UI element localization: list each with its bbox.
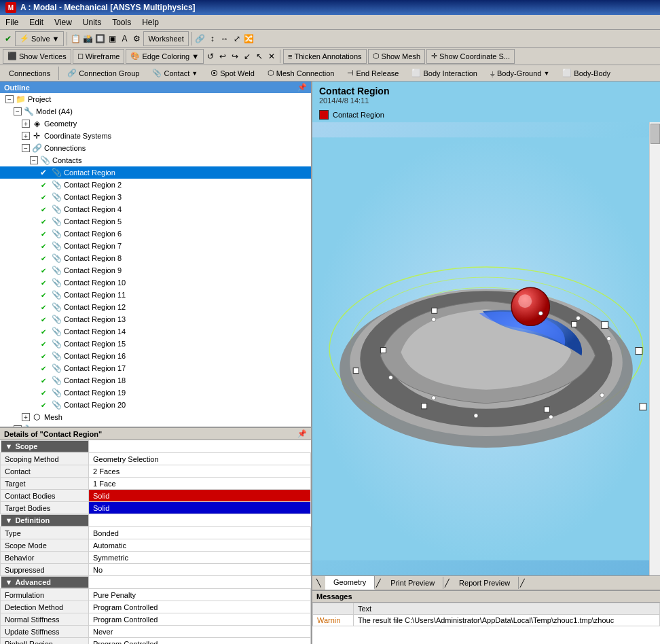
toolbar-icon-7: 🔗 <box>195 33 206 44</box>
show-vertices-button[interactable]: ⬛ Show Vertices <box>3 49 71 64</box>
viewport-legend: Contact Region <box>312 109 660 122</box>
contact-button[interactable]: 📎 Contact ▼ <box>146 67 204 80</box>
tree-model[interactable]: − 🔧 Model (A4) <box>0 105 311 118</box>
tab-print-preview[interactable]: Print Preview <box>382 577 443 589</box>
tree-contact-region-11[interactable]: ✔ 📎 Contact Region 11 <box>0 289 311 301</box>
tree-contacts[interactable]: − 📎 Contacts <box>0 154 311 166</box>
tree-contact-region-9[interactable]: ✔ 📎 Contact Region 9 <box>0 264 311 276</box>
viewport-scrollbar-v[interactable] <box>649 122 660 575</box>
mesh-label: Mesh <box>44 413 62 421</box>
contact-region-icon-10: 📎 <box>51 277 62 288</box>
model-expand[interactable]: − <box>14 107 22 115</box>
viewport-canvas[interactable]: 0. <box>312 122 660 575</box>
advanced-collapse-icon[interactable]: ▼ <box>5 578 13 586</box>
contact-bodies-value: Solid <box>89 490 311 502</box>
normal-stiffness-label: Normal Stiffness <box>1 613 89 626</box>
tree-contact-region-5[interactable]: ✔ 📎 Contact Region 5 <box>0 215 311 228</box>
tree-mesh[interactable]: + ⬡ Mesh <box>0 411 311 423</box>
scope-collapse-icon[interactable]: ▼ <box>5 442 13 450</box>
menu-view[interactable]: View <box>49 16 77 29</box>
modal-expand[interactable]: − <box>14 425 22 427</box>
tree-contact-region-1[interactable]: ✔ 📎 Contact Region <box>0 166 311 179</box>
contact-region-2-label: Contact Region 2 <box>64 181 122 189</box>
show-coordinate-button[interactable]: ✛ Show Coordinate S... <box>426 49 515 64</box>
tree-project[interactable]: − 📁 Project <box>0 93 311 105</box>
contact-dropdown-icon: ▼ <box>191 70 198 77</box>
worksheet-button[interactable]: Worksheet <box>143 31 188 46</box>
contact-region-16-label: Contact Region 16 <box>64 352 126 360</box>
body-interaction-button[interactable]: ⬜ Body Interaction <box>405 67 483 80</box>
tree-modal[interactable]: − 🔧 Modal (A5) <box>0 423 311 427</box>
tree-contact-region-8[interactable]: ✔ 📎 Contact Region 8 <box>0 252 311 264</box>
tree-contact-region-3[interactable]: ✔ 📎 Contact Region 3 <box>0 191 311 203</box>
body-ground-button[interactable]: ⏚ Body-Ground ▼ <box>484 67 555 80</box>
connections-label-btn[interactable]: Connections <box>3 67 56 80</box>
connections-expand[interactable]: − <box>22 144 30 152</box>
viewport-tabs: ╲ Geometry ╱ Print Preview ╱ Report Prev… <box>312 575 660 590</box>
toolbar-view-icon-4: ↙ <box>242 51 253 62</box>
coord-expand[interactable]: + <box>22 132 30 140</box>
left-panel: Outline 📌 − 📁 Project − 🔧 Model (A4) <box>0 82 312 644</box>
scope-mode-value: Automatic <box>89 539 311 552</box>
tree-geometry[interactable]: + ◈ Geometry <box>0 118 311 130</box>
edge-coloring-button[interactable]: 🎨 Edge Coloring ▼ <box>126 49 204 64</box>
menu-help[interactable]: Help <box>136 16 164 29</box>
messages-title: Messages <box>316 592 352 601</box>
tree-contact-region-13[interactable]: ✔ 📎 Contact Region 13 <box>0 313 311 325</box>
tree-contact-region-6[interactable]: ✔ 📎 Contact Region 6 <box>0 228 311 240</box>
model-icon: 🔧 <box>23 106 34 117</box>
geometry-expand[interactable]: + <box>22 120 30 128</box>
tree-contact-region-17[interactable]: ✔ 📎 Contact Region 17 <box>0 362 311 374</box>
svg-point-26 <box>538 311 543 315</box>
messages-body[interactable]: Text Warnin The result file C:\Users\Adm… <box>312 603 660 644</box>
tree-contact-region-4[interactable]: ✔ 📎 Contact Region 4 <box>0 203 311 215</box>
details-row-scope-mode: Scope Mode Automatic <box>1 539 311 552</box>
show-mesh-button[interactable]: ⬡ Show Mesh <box>368 49 425 64</box>
svg-point-29 <box>474 414 478 418</box>
end-release-button[interactable]: ⊣ End Release <box>341 67 405 80</box>
tree-contact-region-2[interactable]: ✔ 📎 Contact Region 2 <box>0 179 311 191</box>
tree-contact-region-12[interactable]: ✔ 📎 Contact Region 12 <box>0 301 311 313</box>
detection-method-value: Program Controlled <box>89 601 311 613</box>
details-body[interactable]: ▼ Scope Scoping Method Geometry Selectio… <box>0 440 311 644</box>
wireframe-button[interactable]: ◻ Wireframe <box>73 49 125 64</box>
spot-weld-button[interactable]: ⦿ Spot Weld <box>204 67 261 80</box>
mesh-connection-button[interactable]: ⬡ Mesh Connection <box>261 67 341 80</box>
contact-region-18-label: Contact Region 18 <box>64 376 126 384</box>
col-text-header: Text <box>354 603 660 615</box>
geometry-icon: ◈ <box>31 118 42 129</box>
tree-contact-region-14[interactable]: ✔ 📎 Contact Region 14 <box>0 325 311 338</box>
project-expand[interactable]: − <box>5 95 14 103</box>
mesh-expand[interactable]: + <box>22 413 30 421</box>
tree-contact-region-20[interactable]: ✔ 📎 Contact Region 20 <box>0 399 311 411</box>
menu-tools[interactable]: Tools <box>107 16 136 29</box>
tree-coord-systems[interactable]: + ✛ Coordinate Systems <box>0 130 311 142</box>
tree-contact-region-10[interactable]: ✔ 📎 Contact Region 10 <box>0 276 311 289</box>
connection-group-button[interactable]: 🔗 Connection Group <box>61 67 145 80</box>
tab-report-preview[interactable]: Report Preview <box>451 577 519 589</box>
toolbar-sep-1 <box>67 32 67 46</box>
contact-icon: 📎 <box>152 69 162 77</box>
details-row-formulation: Formulation Pure Penalty <box>1 589 311 601</box>
menu-edit[interactable]: Edit <box>24 16 49 29</box>
contacts-expand[interactable]: − <box>30 156 38 164</box>
check-icon-14: ✔ <box>38 326 49 337</box>
details-row-target: Target 1 Face <box>1 478 311 490</box>
tree-contact-region-18[interactable]: ✔ 📎 Contact Region 18 <box>0 374 311 387</box>
outline-body[interactable]: − 📁 Project − 🔧 Model (A4) + ◈ Geometry <box>0 93 311 427</box>
definition-collapse-icon[interactable]: ▼ <box>5 516 13 524</box>
solve-button[interactable]: ⚡ Solve ▼ <box>15 31 64 46</box>
tree-contact-region-19[interactable]: ✔ 📎 Contact Region 19 <box>0 387 311 399</box>
tree-contact-region-16[interactable]: ✔ 📎 Contact Region 16 <box>0 350 311 362</box>
tree-contact-region-7[interactable]: ✔ 📎 Contact Region 7 <box>0 240 311 252</box>
scope-label: Scope <box>15 442 37 450</box>
tab-geometry[interactable]: Geometry <box>325 576 375 590</box>
contact-region-icon-5: 📎 <box>51 216 62 227</box>
tree-connections[interactable]: − 🔗 Connections <box>0 142 311 154</box>
menu-file[interactable]: File <box>0 16 24 29</box>
tree-contact-region-15[interactable]: ✔ 📎 Contact Region 15 <box>0 338 311 350</box>
menu-units[interactable]: Units <box>77 16 107 29</box>
check-icon-16: ✔ <box>38 351 49 361</box>
body-body-button[interactable]: ⬜ Body-Body <box>556 67 617 80</box>
thicken-annotations-button[interactable]: ≡ Thicken Annotations <box>283 49 367 64</box>
